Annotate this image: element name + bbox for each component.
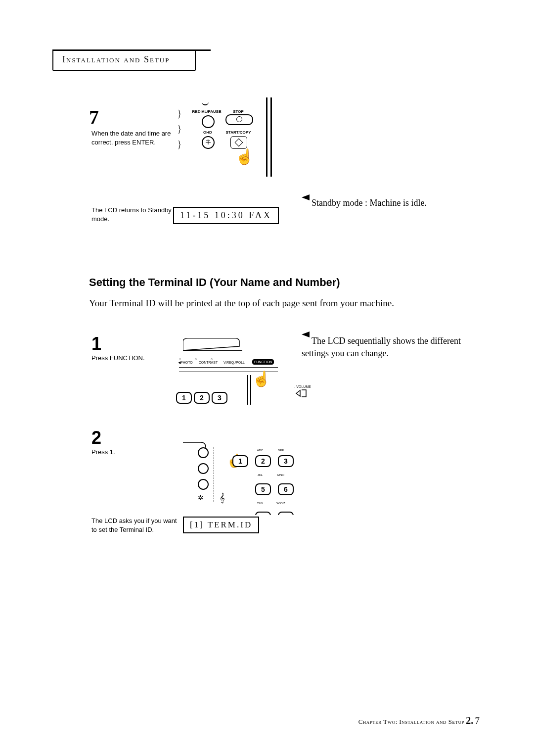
label-def: DEF [274,449,288,452]
step-1: 1 Press FUNCTION. The LCD sequentially s… [54,333,480,423]
keypad-5: 5 [255,483,271,495]
key-row: 1 2 3 [176,392,227,404]
termid-text: The LCD asks you if you want to set the … [91,517,178,534]
step2-figure: ✲ ☝ ABC DEF 1 2 3 JKL MNO [198,442,316,512]
small-button [198,447,209,458]
standby-note: Standby mode : Machine is idle. [302,194,470,208]
standby-note-text: Standby mode : Machine is idle. [312,198,427,208]
label-wxyz: WXYZ [274,502,288,505]
termid-block: The LCD asks you if you want to set the … [54,517,480,556]
lcd-display-standby: 11-15 10:30 FAX [173,207,279,224]
keypad-row-labels: ABC DEF [232,444,299,453]
step-number: 1 [91,333,101,354]
tab-underline [52,49,211,51]
volume-icon: - VOLUME [293,385,312,399]
chapter-tab: Installation and Setup [52,49,196,71]
figure-notch [202,99,209,105]
step-text: Press 1. [91,448,115,456]
label-function: FUNCTION [252,359,274,365]
section-body: Your Terminal ID will be printed at the … [89,298,465,309]
keypad-1: 1 [232,455,248,467]
footer-chapter: Chapter Two: [358,718,398,725]
label-mno: MNO [274,473,288,476]
keypad-8: 8 [255,512,271,515]
step-number: 2 [91,427,101,448]
footer-title: Installation and Setup [399,718,464,725]
step-7: 7 When the date and time are correct, pr… [54,105,480,192]
small-button [198,463,209,474]
standby-block: The LCD returns to Standby mode. 11-15 1… [54,202,480,232]
label-jkl: JKL [253,473,267,476]
icon-misc: ✲ [198,494,209,502]
keypad-2: 2 [194,392,210,404]
keypad-row: 5 6 [232,480,299,495]
button-stop [225,114,253,125]
step1-note: The LCD sequentially shows the different… [302,331,465,359]
arrow-left-icon [302,331,310,337]
figure-right-edge [247,375,251,405]
keypad-row-labels: JKL MNO [232,469,299,478]
page: Installation and Setup 7 When the date a… [0,0,534,756]
label-start-copy: START/COPY [223,130,253,135]
label-redial-pause: REDIAL/PAUSE [192,109,222,114]
footer-page-num: 7 [475,715,480,726]
page-footer: Chapter Two: Installation and Setup 2. 7 [358,715,480,726]
label-ohd: OHD [198,130,218,135]
left-button-column: ✲ [198,447,209,502]
label-abc: ABC [253,449,267,452]
arrow-left-icon [302,194,310,200]
bracket-icon: ﹜﹜﹜ [173,106,180,152]
button-ohd [202,136,215,149]
figure-right-edge [266,97,272,177]
label-volume: - VOLUME [293,385,312,388]
keypad-row-labels: TUV WXYZ [232,497,299,506]
hand-pointer-icon: ☝ [252,370,270,387]
lcd-return-text: The LCD returns to Standby mode. [91,206,173,224]
step-number: 7 [89,105,99,129]
step1-figure: ○ ○ ○ ◀PHOTO CONTRAST V.REQ./POLL FUNCTI… [183,335,297,415]
keypad-3: 3 [212,392,227,404]
keypad-1: 1 [176,392,192,404]
label-photo: ◀PHOTO [178,361,193,364]
button-start-copy [230,136,247,149]
label-tuv: TUV [253,502,267,505]
keypad-3: 3 [278,455,294,467]
section-title: Setting the Terminal ID (Your Name and N… [89,276,480,289]
keypad-row: 8 9 [232,508,299,515]
step7-figure: ﹜﹜﹜ REDIAL/PAUSE STOP OHD START/COPY ☝ [183,100,272,180]
button-redial [202,115,215,128]
figure-divider [214,447,214,502]
keypad-6: 6 [278,483,294,495]
keypad-9: 9 [278,512,294,515]
lcd-display-termid: [1] TERM.ID [183,517,259,533]
lcd-outline [183,338,242,351]
keypad-2: 2 [255,455,271,467]
step-text: Press FUNCTION. [91,354,145,362]
label-vreqpoll: V.REQ./POLL [223,361,245,364]
keypad: ABC DEF 1 2 3 JKL MNO 5 6 [232,444,299,517]
hand-pointer-icon: ☝ [235,148,254,165]
step1-note-text: The LCD sequentially shows the different… [302,336,461,358]
small-button [198,479,209,490]
keypad-row: 1 2 3 [232,455,299,467]
footer-section-num: 2. [466,715,473,726]
label-contrast: CONTRAST [199,361,218,364]
label-stop: STOP [228,109,248,114]
icon-misc: 𝄞 [220,493,225,503]
step-2: 2 Press 1. ✲ ☝ ABC DEF 1 2 [54,427,480,512]
step-text: When the date and time are correct, pres… [91,129,180,146]
